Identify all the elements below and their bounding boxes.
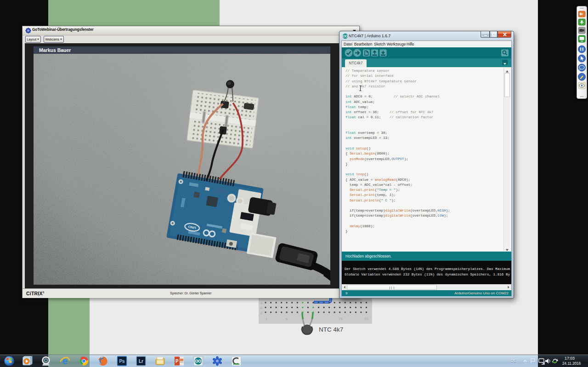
svg-text:a: a	[260, 301, 262, 304]
svg-text:24.11.2016: 24.11.2016	[562, 361, 581, 366]
svg-text:c: c	[260, 311, 262, 315]
svg-text:Ps: Ps	[119, 359, 125, 364]
svg-text:5: 5	[286, 317, 288, 321]
svg-text:Lr: Lr	[139, 359, 143, 364]
svg-text:P: P	[175, 359, 179, 364]
svg-text:1: 1	[266, 317, 267, 321]
svg-text:b: b	[260, 306, 262, 310]
svg-text:17:03: 17:03	[565, 356, 575, 361]
svg-text:15: 15	[339, 317, 342, 321]
svg-text:20: 20	[364, 317, 368, 321]
